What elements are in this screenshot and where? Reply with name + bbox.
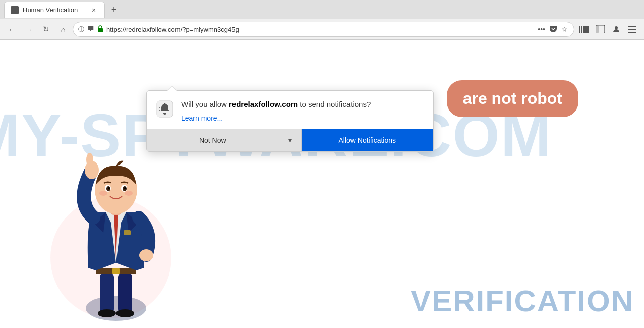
info-icon: ⓘ <box>78 25 84 34</box>
svg-point-28 <box>108 187 110 189</box>
nav-bar: ← → ↻ ⌂ ⓘ https://redrelaxfollow.com/?p=… <box>0 19 644 39</box>
svg-point-31 <box>125 191 133 196</box>
notification-icon <box>87 25 94 34</box>
svg-point-20 <box>86 153 93 167</box>
svg-rect-2 <box>581 26 582 33</box>
forward-button[interactable]: → <box>21 22 36 37</box>
not-now-dropdown-button[interactable]: ▾ <box>279 129 302 151</box>
svg-rect-1 <box>579 26 580 33</box>
notification-popup: Will you allow redrelaxfollow.com to sen… <box>146 90 434 152</box>
address-bar[interactable]: ⓘ https://redrelaxfollow.com/?p=miywmn3c… <box>73 22 574 37</box>
svg-point-11 <box>86 296 146 321</box>
svg-point-15 <box>116 309 134 317</box>
svg-point-7 <box>615 26 618 29</box>
svg-point-30 <box>99 191 107 196</box>
pocket-icon[interactable] <box>548 24 558 35</box>
popup-text-area: Will you allow redrelaxfollow.com to sen… <box>181 99 425 123</box>
menu-button[interactable] <box>625 22 640 37</box>
verification-watermark: VERIFICATION <box>411 284 634 318</box>
address-bar-right-icons: ••• ☆ <box>537 24 569 35</box>
tab-close-button[interactable]: × <box>89 6 98 15</box>
tab-bar: Human Verification × + <box>0 0 644 19</box>
allow-notifications-button[interactable]: Allow Notifications <box>302 129 434 151</box>
webpage: MY-SPYWARE.COM VERIFICATION are not robo… <box>0 40 644 328</box>
svg-rect-13 <box>118 273 132 313</box>
dropdown-chevron-icon: ▾ <box>288 136 292 144</box>
popup-domain: redrelaxfollow.com <box>229 100 298 108</box>
lock-icon <box>97 25 103 34</box>
popup-question: Will you allow redrelaxfollow.com to sen… <box>181 99 425 110</box>
not-now-label: Not Now <box>199 136 226 144</box>
active-tab[interactable]: Human Verification × <box>4 2 105 18</box>
popup-arrow <box>167 86 177 91</box>
svg-rect-12 <box>100 273 114 313</box>
svg-rect-4 <box>586 26 589 33</box>
svg-point-29 <box>124 187 126 189</box>
url-text: https://redrelaxfollow.com/?p=miywmn3cg4… <box>106 26 534 33</box>
svg-point-21 <box>139 249 153 261</box>
character-svg <box>45 122 187 328</box>
tab-favicon <box>11 6 19 14</box>
reload-button[interactable]: ↻ <box>38 22 53 37</box>
popup-buttons: Not Now ▾ Allow Notifications <box>147 129 433 151</box>
svg-rect-10 <box>628 32 636 33</box>
toolbar-right <box>576 22 640 37</box>
home-button[interactable]: ⌂ <box>55 22 71 37</box>
popup-body: Will you allow redrelaxfollow.com to sen… <box>147 91 433 123</box>
not-robot-bubble: are not robot <box>447 80 578 117</box>
back-button[interactable]: ← <box>4 22 19 37</box>
svg-rect-0 <box>98 28 103 32</box>
more-options-icon[interactable]: ••• <box>537 24 546 34</box>
new-tab-button[interactable]: + <box>107 3 121 17</box>
svg-rect-6 <box>596 25 599 33</box>
browser-chrome: Human Verification × + ← → ↻ ⌂ ⓘ https:/… <box>0 0 644 40</box>
not-now-button[interactable]: Not Now <box>147 129 279 151</box>
svg-rect-17 <box>112 268 120 274</box>
bookmark-star-icon[interactable]: ☆ <box>560 24 569 34</box>
svg-rect-9 <box>628 29 636 30</box>
learn-more-link[interactable]: Learn more... <box>181 114 223 122</box>
svg-point-14 <box>98 309 116 317</box>
svg-rect-3 <box>583 26 586 33</box>
notification-bell-icon <box>155 99 175 119</box>
account-button[interactable] <box>609 22 624 37</box>
svg-rect-8 <box>628 26 636 27</box>
svg-rect-18 <box>124 230 131 235</box>
sidebar-button[interactable] <box>593 22 608 37</box>
tab-title: Human Verification <box>23 6 85 14</box>
library-button[interactable] <box>576 22 592 37</box>
svg-point-33 <box>164 103 166 105</box>
